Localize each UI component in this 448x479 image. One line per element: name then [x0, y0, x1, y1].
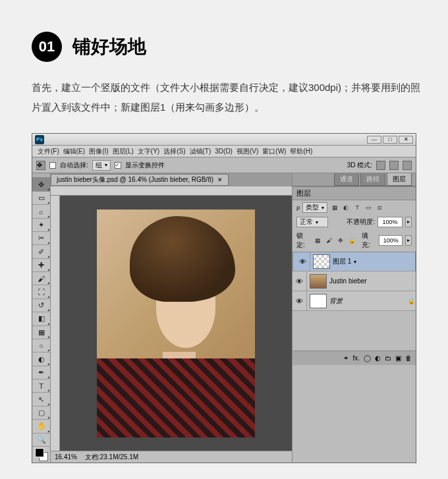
menu-help[interactable]: 帮助(H) — [289, 147, 314, 156]
zoom-level[interactable]: 16.41% — [55, 453, 77, 461]
menu-window[interactable]: 窗口(W) — [261, 147, 287, 156]
layer-thumb — [310, 294, 327, 308]
move-tool-icon[interactable]: ✥ — [36, 161, 45, 170]
minimize-button[interactable]: — — [367, 136, 381, 144]
menu-view[interactable]: 视图(V) — [235, 147, 260, 156]
close-button[interactable]: ✕ — [399, 136, 413, 144]
heal-tool[interactable]: ✚ — [32, 259, 50, 272]
step-description: 首先，建立一个竖版的文件（文件大小根据需要自行决定，建议300dpi)；并将要用… — [32, 78, 427, 117]
document-tab[interactable]: justin bieber头像.psd @ 16.4% (Justin bieb… — [51, 174, 229, 186]
visibility-icon[interactable]: 👁 — [296, 252, 310, 271]
history-brush-tool[interactable]: ↺ — [32, 299, 50, 312]
document-tab-bar: justin bieber头像.psd @ 16.4% (Justin bieb… — [51, 173, 292, 186]
tab-paths[interactable]: 路径 — [360, 173, 385, 186]
lasso-tool[interactable]: ⌕ — [32, 205, 50, 218]
marquee-tool[interactable]: ▭ — [32, 192, 50, 205]
adjust-icon[interactable]: ◐ — [375, 354, 381, 362]
lock-pos-icon[interactable]: ✥ — [337, 236, 345, 245]
opacity-arrow[interactable]: ▸ — [405, 217, 412, 227]
layers-panel-footer: ⚭ fx. ◯ ◐ 🗀 ▣ 🗑 — [293, 351, 416, 365]
canvas-area[interactable] — [60, 196, 292, 451]
3d-icon-3[interactable] — [403, 161, 412, 170]
menu-type[interactable]: 文字(Y) — [136, 147, 161, 156]
menu-filter[interactable]: 滤镜(T) — [188, 147, 213, 156]
mask-icon[interactable]: ◯ — [364, 354, 371, 362]
pen-tool[interactable]: ✒ — [32, 366, 50, 380]
wand-tool[interactable]: ✦ — [32, 219, 50, 232]
photo-content — [97, 210, 255, 437]
visibility-icon[interactable]: 👁 — [293, 271, 307, 291]
auto-select-dropdown[interactable]: 组 — [92, 160, 111, 171]
path-tool[interactable]: ↖ — [32, 393, 50, 406]
filter-shape-icon[interactable]: ▭ — [364, 203, 373, 212]
brush-tool[interactable]: 🖌 — [32, 272, 50, 285]
panel-tabs-top: 通道 路径 图层 — [293, 173, 416, 186]
layer-kind-dropdown[interactable]: 类型 — [302, 202, 327, 213]
show-controls-label: 显示变换控件 — [125, 161, 165, 170]
link-icon[interactable]: ⚭ — [343, 354, 349, 362]
auto-select-label: 自动选择: — [60, 161, 88, 170]
show-controls-checkbox[interactable]: ✓ — [115, 162, 121, 169]
lock-all-icon[interactable]: 🔒 — [348, 236, 356, 245]
ruler-vertical — [51, 196, 60, 451]
visibility-icon[interactable]: 👁 — [293, 291, 307, 310]
menu-edit[interactable]: 编辑(E) — [62, 147, 86, 156]
ruler-horizontal — [51, 186, 292, 196]
menu-select[interactable]: 选择(S) — [162, 147, 186, 156]
close-tab-icon[interactable]: ✕ — [217, 177, 223, 183]
zoom-tool[interactable]: 🔍 — [32, 434, 50, 447]
lock-trans-icon[interactable]: ▦ — [314, 236, 322, 245]
tab-channels[interactable]: 通道 — [334, 173, 359, 186]
status-bar: 16.41% 文档:23.1M/25.1M — [51, 451, 292, 463]
move-tool[interactable]: ✥ — [32, 178, 50, 191]
layer-row[interactable]: 👁 Justin bieber — [293, 271, 416, 291]
filter-smart-icon[interactable]: ◘ — [375, 203, 384, 212]
lock-pixel-icon[interactable]: 🖌 — [325, 236, 333, 245]
lock-icon: 🔒 — [406, 296, 416, 306]
blur-tool[interactable]: ○ — [32, 339, 50, 352]
3d-icon-1[interactable] — [376, 161, 385, 170]
gradient-tool[interactable]: ▦ — [32, 326, 50, 339]
3d-icon-2[interactable] — [389, 161, 399, 170]
shape-tool[interactable]: ▢ — [32, 407, 50, 420]
folder-icon[interactable]: 🗀 — [385, 354, 391, 362]
lock-label: 锁定: — [296, 231, 311, 250]
stamp-tool[interactable]: ⛶ — [32, 285, 50, 298]
dodge-tool[interactable]: ◐ — [32, 352, 50, 366]
eyedropper-tool[interactable]: ✐ — [32, 245, 50, 258]
new-layer-icon[interactable]: ▣ — [395, 354, 401, 362]
step-number-badge: 01 — [32, 32, 62, 62]
layer-name[interactable]: 背景 — [329, 296, 343, 306]
hand-tool[interactable]: ✋ — [32, 420, 50, 433]
layer-row[interactable]: 👁 背景 🔒 — [293, 291, 416, 311]
step-title: 铺好场地 — [72, 34, 146, 59]
crop-tool[interactable]: ✂ — [32, 232, 50, 245]
tool-palette: ✥ ▭ ⌕ ✦ ✂ ✐ ✚ 🖌 ⛶ ↺ ◧ ▦ ○ ◐ ✒ T ↖ ▢ ✋ 🔍 — [32, 173, 51, 463]
doc-size: 文档:23.1M/25.1M — [85, 453, 138, 462]
fx-icon[interactable]: fx. — [352, 354, 360, 362]
menu-layer[interactable]: 图层(L) — [111, 147, 135, 156]
filter-type-icon[interactable]: T — [352, 203, 362, 212]
layer-thumb — [313, 254, 330, 269]
tab-layers-top[interactable]: 图层 — [387, 173, 412, 186]
filter-pixel-icon[interactable]: ▦ — [330, 203, 339, 212]
layers-list: 👁 图层 1 👁 Justin bieber 👁 背景 — [293, 252, 416, 311]
opacity-input[interactable]: 100% — [378, 217, 403, 227]
layer-row[interactable]: 👁 图层 1 — [293, 252, 416, 271]
blend-mode-dropdown[interactable]: 正常 — [296, 217, 328, 227]
layer-name[interactable]: Justin bieber — [329, 277, 367, 285]
fill-arrow[interactable]: ▸ — [405, 235, 412, 246]
fill-input[interactable]: 100% — [379, 235, 403, 246]
fill-label: 填充: — [362, 231, 376, 250]
eraser-tool[interactable]: ◧ — [32, 312, 50, 325]
menu-file[interactable]: 文件(F) — [36, 147, 61, 156]
type-tool[interactable]: T — [32, 380, 50, 393]
color-swatch[interactable] — [32, 447, 50, 463]
menu-3d[interactable]: 3D(D) — [213, 148, 234, 155]
layer-name[interactable]: 图层 1 — [333, 257, 351, 266]
auto-select-checkbox[interactable] — [49, 162, 56, 169]
maximize-button[interactable]: □ — [383, 136, 397, 144]
trash-icon[interactable]: 🗑 — [405, 354, 412, 362]
menu-image[interactable]: 图像(I) — [88, 147, 109, 156]
filter-adjust-icon[interactable]: ◐ — [341, 203, 350, 212]
